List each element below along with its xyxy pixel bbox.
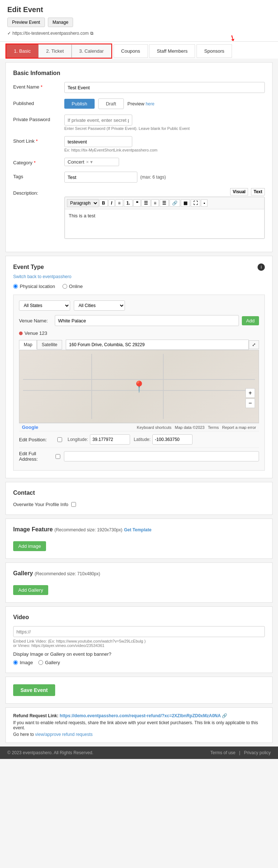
ol-button[interactable]: 1. — [124, 199, 133, 207]
visual-tab[interactable]: Visual — [230, 188, 248, 195]
longitude-input[interactable] — [90, 434, 130, 445]
tags-input[interactable] — [64, 172, 137, 183]
terms-link[interactable]: Terms of use — [210, 750, 236, 755]
tab-basic[interactable]: 1. Basic — [6, 44, 38, 58]
map-pin: 📍 — [132, 380, 146, 393]
tab-calendar[interactable]: 3. Calendar — [72, 44, 111, 58]
info-icon[interactable]: i — [258, 263, 265, 271]
video-hint: Embed Link Video: (Ex: https://www.youtu… — [13, 639, 265, 648]
overwrite-row: Overwrite Your Profile Info — [13, 502, 265, 507]
edit-position-row: Edit Position: Longitude: Latitude: — [19, 431, 259, 448]
category-remove-icon[interactable]: × ▾ — [86, 159, 93, 165]
tab-sponsors[interactable]: Sponsors — [197, 44, 232, 58]
short-link-wrapper: Ex: https://tix-MyEventShortLink.eventpa… — [64, 136, 265, 152]
add-gallery-button[interactable]: Add Gallery — [13, 585, 48, 595]
image-banner-radio[interactable]: Image — [13, 660, 33, 665]
refund-link[interactable]: https://demo.eventpasshero.com/request-r… — [60, 713, 221, 718]
list-button[interactable]: ≡ — [115, 199, 123, 207]
map-zoom-controls: + − — [245, 388, 255, 408]
preview-event-button[interactable]: Preview Event — [7, 18, 45, 27]
private-password-input[interactable] — [64, 115, 132, 126]
short-link-hint: Ex: https://tix-MyEventShortLink.eventpa… — [64, 148, 265, 152]
online-radio[interactable]: Online — [62, 284, 83, 289]
event-name-input[interactable] — [64, 82, 265, 93]
description-content[interactable]: This is a test — [65, 209, 264, 239]
refund-description2: Go here to view/approve refund requests — [13, 732, 265, 737]
overwrite-label: Overwrite Your Profile Info — [13, 502, 68, 507]
tags-hint: (max: 6 tags) — [140, 175, 166, 180]
add-venue-button[interactable]: Add — [242, 316, 259, 325]
fullscreen-button[interactable]: ⛶ — [191, 199, 200, 207]
gallery-size-subtitle: (Recommended size: 710x480px) — [35, 571, 100, 576]
more-button[interactable]: ▪ — [201, 199, 207, 207]
event-type-title: Event Type — [13, 264, 44, 270]
full-address-checkbox[interactable] — [56, 454, 60, 459]
tab-ticket[interactable]: 2. Ticket — [38, 44, 71, 58]
event-name-label: Event Name * — [13, 82, 64, 90]
tags-group: Tags (max: 6 tags) — [13, 172, 265, 183]
map-footer: Google Keyboard shortcuts Map data ©2023… — [19, 423, 259, 431]
venue-name-input[interactable] — [55, 315, 239, 326]
gallery-banner-radio[interactable]: Gallery — [38, 660, 60, 665]
quote-button[interactable]: ❝ — [133, 199, 141, 207]
editor-toolbar: Paragraph B I ≡ 1. ❝ ☰ ≡ ☰ 🔗 ▦ ⛶ ▪ — [65, 197, 264, 209]
tab-staff-members[interactable]: Staff Members — [149, 44, 195, 58]
physical-location-radio[interactable]: Physical location — [13, 284, 55, 289]
format-select[interactable]: Paragraph — [67, 199, 99, 207]
full-address-input[interactable] — [64, 451, 259, 461]
view-refund-link[interactable]: view/approve refund requests — [35, 732, 92, 737]
published-label: Published — [13, 98, 64, 106]
map-tab[interactable]: Map — [19, 340, 37, 349]
satellite-tab[interactable]: Satellite — [37, 340, 62, 349]
align-center-button[interactable]: ≡ — [151, 199, 159, 207]
table-button[interactable]: ▦ — [181, 199, 190, 207]
get-template-link[interactable]: Get Template — [124, 527, 152, 532]
tabs-highlighted: 1. Basic 2. Ticket 3. Calendar — [5, 44, 112, 59]
published-group: Published Publish Draft Preview here — [13, 98, 265, 109]
map-attribution: Keyboard shortcuts Map data ©2023 Terms … — [137, 425, 256, 430]
latitude-group: Latitude: — [134, 434, 193, 445]
publish-button[interactable]: Publish — [64, 99, 95, 109]
required-star: * — [41, 84, 42, 90]
event-type-header: Event Type i — [13, 263, 265, 271]
city-select[interactable]: All Cities — [74, 300, 125, 311]
short-link-input[interactable] — [64, 136, 132, 147]
description-group: Description: Visual Text Paragraph B I ≡… — [13, 188, 265, 239]
draft-button[interactable]: Draft — [98, 98, 124, 109]
text-tab[interactable]: Text — [251, 188, 265, 195]
zoom-out-button[interactable]: − — [245, 399, 255, 408]
location-options: Physical location Online — [13, 284, 265, 289]
manage-button[interactable]: Manage — [48, 18, 73, 27]
add-image-button[interactable]: Add image — [13, 541, 46, 551]
switch-back-link[interactable]: Switch back to eventpasshero — [13, 274, 71, 279]
preview-here-link[interactable]: here — [146, 101, 155, 106]
save-event-button[interactable]: Save Event — [13, 684, 55, 696]
map-address-input[interactable] — [66, 340, 249, 350]
latitude-input[interactable] — [152, 434, 193, 445]
align-left-button[interactable]: ☰ — [141, 199, 151, 207]
private-password-group: Private Password Enter Secret Password (… — [13, 115, 265, 131]
private-password-wrapper: Enter Secret Password (If Private Event)… — [64, 115, 265, 131]
zoom-in-button[interactable]: + — [245, 388, 255, 398]
event-url-link[interactable]: https://tix-testevent.eventpasshero.com — [12, 31, 89, 36]
link-button[interactable]: 🔗 — [170, 199, 180, 207]
top-buttons: Preview Event Manage — [7, 18, 271, 27]
state-select[interactable]: All States — [19, 300, 70, 311]
publish-controls: Publish Draft Preview here — [64, 98, 155, 109]
overwrite-checkbox[interactable] — [71, 502, 76, 507]
privacy-link[interactable]: Privacy policy — [244, 750, 271, 755]
category-group: Category * Concert × ▾ — [13, 158, 265, 166]
bold-button[interactable]: B — [99, 199, 108, 207]
tab-coupons[interactable]: Coupons — [114, 44, 148, 58]
copy-icon[interactable]: ⧉ — [90, 31, 94, 36]
align-right-button[interactable]: ☰ — [160, 199, 169, 207]
category-label: Category * — [13, 158, 64, 165]
video-url-input[interactable] — [13, 626, 265, 637]
event-type-section: Event Type i Switch back to eventpassher… — [5, 256, 273, 478]
category-select[interactable]: Concert × ▾ — [64, 158, 119, 166]
position-checkbox[interactable] — [57, 437, 62, 442]
google-logo: Google — [22, 424, 38, 430]
expand-map-button[interactable]: ⤢ — [249, 340, 259, 349]
map-container[interactable]: 📍 + − — [19, 350, 259, 423]
italic-button[interactable]: I — [108, 199, 115, 207]
